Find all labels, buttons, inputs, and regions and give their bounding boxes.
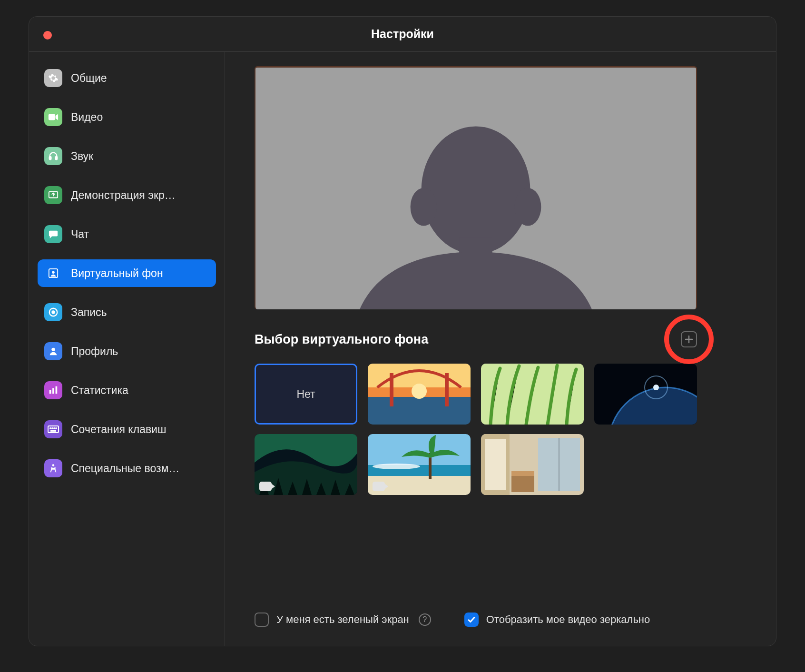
help-icon[interactable]: ? (419, 613, 431, 626)
svg-rect-27 (445, 373, 449, 406)
titlebar: Настройки (29, 17, 776, 52)
svg-rect-2 (56, 157, 58, 159)
sidebar-item-accessibility[interactable]: Специальные возм… (38, 455, 216, 482)
svg-point-40 (373, 464, 420, 469)
svg-point-7 (51, 310, 55, 314)
plus-icon (685, 335, 693, 344)
video-icon (259, 482, 272, 491)
background-option-bridge[interactable] (368, 364, 471, 425)
background-option-aurora[interactable] (255, 434, 357, 495)
chat-icon (44, 225, 62, 243)
sidebar-item-record[interactable]: Запись (38, 298, 216, 326)
sidebar-item-label: Статистика (71, 384, 128, 397)
svg-point-19 (421, 127, 530, 255)
svg-rect-26 (390, 373, 393, 406)
sidebar-item-share[interactable]: Демонстрация экр… (38, 181, 216, 209)
green-screen-option[interactable]: У меня есть зеленый экран ? (255, 613, 431, 627)
background-grid: Нет (255, 364, 743, 495)
svg-rect-17 (51, 430, 56, 431)
sidebar-item-label: Запись (71, 306, 107, 319)
svg-point-15 (54, 428, 55, 429)
headphones-icon (44, 147, 62, 165)
record-icon (44, 303, 62, 321)
sidebar-item-label: Профиль (71, 345, 118, 358)
sidebar-item-label: Чат (71, 228, 89, 241)
background-option-beach[interactable] (368, 434, 471, 495)
background-option-grass[interactable] (481, 364, 584, 425)
keyboard-icon (44, 420, 62, 438)
gear-icon (44, 69, 62, 87)
svg-rect-9 (49, 390, 51, 394)
accessibility-icon (44, 459, 62, 477)
sidebar-item-stats[interactable]: Статистика (38, 376, 216, 404)
mirror-video-label: Отобразить мое видео зеркально (486, 613, 650, 626)
svg-rect-1 (49, 157, 51, 159)
sidebar-item-person-bg[interactable]: Виртуальный фон (38, 259, 216, 287)
share-icon (44, 186, 62, 204)
sidebar-item-keyboard[interactable]: Сочетания клавиш (38, 415, 216, 443)
svg-rect-47 (511, 471, 534, 476)
mirror-video-checkbox[interactable] (464, 613, 479, 627)
none-label: Нет (296, 388, 315, 401)
footer-options: У меня есть зеленый экран ? Отобразить м… (255, 613, 735, 627)
section-title: Выбор виртуального фона (255, 332, 428, 347)
close-window-button[interactable] (43, 31, 52, 40)
svg-point-28 (412, 384, 427, 399)
sidebar-item-label: Специальные возм… (71, 462, 179, 475)
background-option-room[interactable] (481, 434, 584, 495)
svg-point-14 (52, 428, 53, 429)
settings-window: Настройки ОбщиеВидеоЗвукДемонстрация экр… (29, 16, 776, 646)
svg-point-20 (411, 188, 437, 226)
mirror-video-option[interactable]: Отобразить мое видео зеркально (464, 613, 650, 627)
svg-rect-25 (368, 397, 471, 425)
main-panel: Выбор виртуального фона Нет У меня есть … (225, 52, 776, 646)
svg-rect-10 (52, 388, 54, 394)
svg-point-16 (56, 428, 57, 429)
person-bg-icon (44, 264, 62, 282)
svg-point-13 (50, 428, 51, 429)
sidebar-item-label: Виртуальный фон (71, 267, 163, 280)
add-background-button[interactable] (681, 331, 697, 347)
stats-icon (44, 381, 62, 399)
svg-point-18 (52, 464, 55, 466)
svg-point-21 (515, 188, 541, 226)
svg-rect-43 (485, 439, 506, 490)
svg-rect-0 (49, 114, 55, 120)
sidebar-item-label: Звук (71, 150, 93, 163)
sidebar-item-label: Демонстрация экр… (71, 189, 176, 202)
window-title: Настройки (371, 27, 434, 41)
green-screen-checkbox[interactable] (255, 613, 269, 627)
svg-point-5 (52, 271, 55, 274)
sidebar-item-label: Сочетания клавиш (71, 423, 166, 436)
profile-icon (44, 342, 62, 360)
sidebar-item-headphones[interactable]: Звук (38, 142, 216, 170)
background-option-none[interactable]: Нет (255, 364, 357, 425)
video-icon (373, 482, 385, 491)
green-screen-label: У меня есть зеленый экран (276, 613, 409, 626)
settings-sidebar: ОбщиеВидеоЗвукДемонстрация экр…ЧатВиртуа… (29, 52, 225, 646)
sidebar-item-chat[interactable]: Чат (38, 220, 216, 248)
sidebar-item-label: Общие (71, 72, 107, 85)
sidebar-item-gear[interactable]: Общие (38, 64, 216, 92)
background-option-earth[interactable] (594, 364, 697, 425)
svg-point-33 (653, 385, 659, 390)
video-preview (255, 66, 697, 309)
svg-rect-11 (56, 386, 58, 394)
sidebar-item-profile[interactable]: Профиль (38, 337, 216, 365)
video-icon (44, 108, 62, 126)
sidebar-item-video[interactable]: Видео (38, 103, 216, 131)
sidebar-item-label: Видео (71, 111, 103, 124)
svg-point-8 (51, 348, 55, 351)
